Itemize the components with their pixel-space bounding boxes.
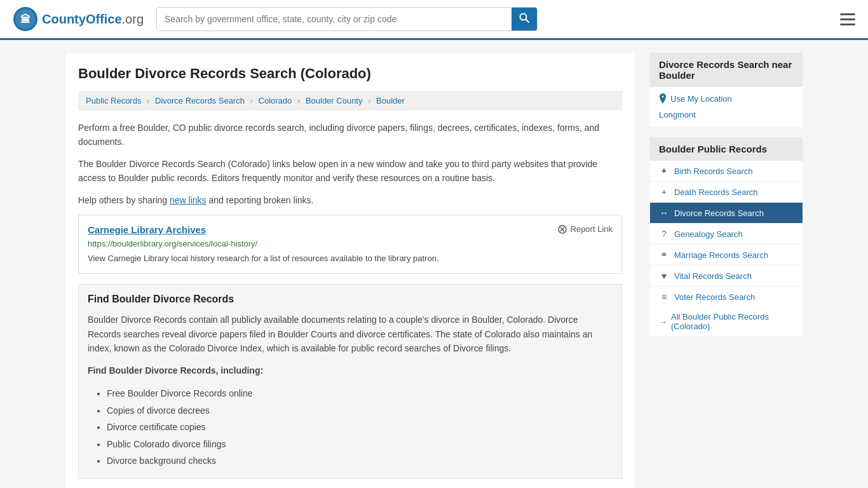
report-link-label: Report Link <box>571 224 613 234</box>
breadcrumb-public-records[interactable]: Public Records <box>86 96 141 105</box>
sidebar-record-link[interactable]: ≡Voter Records Search <box>650 287 803 307</box>
record-label: Death Records Search <box>674 187 758 197</box>
sidebar-record-item: +Death Records Search <box>650 182 803 203</box>
main-content: Boulder Divorce Records Search (Colorado… <box>65 53 635 488</box>
sidebar-nearby-header: Divorce Records Search near Boulder <box>650 53 803 87</box>
sidebar-record-link[interactable]: ↔Divorce Records Search <box>650 203 803 223</box>
description-para-1: Perform a free Boulder, CO public divorc… <box>78 121 622 149</box>
breadcrumb-boulder-county[interactable]: Boulder County <box>306 96 363 105</box>
sidebar-record-link[interactable]: ✦Birth Records Search <box>650 161 803 181</box>
logo-suffix: .org <box>122 12 144 26</box>
main-layout: Boulder Divorce Records Search (Colorado… <box>53 40 815 488</box>
logo-icon: 🏛 <box>13 6 38 32</box>
breadcrumb-boulder[interactable]: Boulder <box>376 96 405 105</box>
resource-title-link[interactable]: Carnegie Library Archives <box>88 224 206 235</box>
use-my-location-label: Use My Location <box>670 94 732 104</box>
find-list: Free Boulder Divorce Records onlineCopie… <box>88 385 613 470</box>
sidebar-record-item: ≡Voter Records Search <box>650 287 803 307</box>
desc-para3-suffix: and reporting broken links. <box>207 195 314 205</box>
page-title: Boulder Divorce Records Search (Colorado… <box>78 65 622 82</box>
search-input[interactable] <box>157 9 512 29</box>
all-records-link[interactable]: → All Boulder Public Records (Colorado) <box>650 307 803 336</box>
record-type-icon: ⚭ <box>659 250 669 260</box>
record-label: Divorce Records Search <box>674 208 764 218</box>
sidebar-public-records-section: Boulder Public Records ✦Birth Records Se… <box>650 137 803 336</box>
location-pin-icon <box>659 93 667 104</box>
search-bar <box>156 7 538 31</box>
search-icon <box>519 13 529 23</box>
sidebar-record-item: ♥Vital Records Search <box>650 266 803 287</box>
record-label: Vital Records Search <box>674 271 752 281</box>
svg-text:🏛: 🏛 <box>20 13 31 25</box>
report-link-icon <box>557 224 567 234</box>
record-label: Marriage Records Search <box>674 250 768 260</box>
resource-description: View Carnegie Library local history rese… <box>88 252 613 265</box>
breadcrumb-sep-4: › <box>368 96 370 105</box>
record-type-icon: ≡ <box>659 292 669 302</box>
location-longmont[interactable]: Longmont <box>659 109 794 121</box>
find-section-title: Find Boulder Divorce Records <box>88 294 613 305</box>
breadcrumb-sep-2: › <box>250 96 253 105</box>
public-records-list: ✦Birth Records Search+Death Records Sear… <box>650 161 803 307</box>
all-records-arrow: → <box>659 317 667 327</box>
record-label: Voter Records Search <box>674 292 755 302</box>
hamburger-menu-button[interactable] <box>840 13 855 25</box>
find-section: Find Boulder Divorce Records Boulder Div… <box>78 284 622 479</box>
record-label: Birth Records Search <box>674 166 753 176</box>
find-list-item: Copies of divorce decrees <box>107 402 613 419</box>
sidebar-record-link[interactable]: ♥Vital Records Search <box>650 266 803 286</box>
sidebar-nearby-body: Use My Location Longmont <box>650 87 803 127</box>
sidebar-record-link[interactable]: ⚭Marriage Records Search <box>650 245 803 265</box>
sidebar-record-item: ⚭Marriage Records Search <box>650 245 803 266</box>
record-type-icon: ♥ <box>659 271 669 281</box>
find-list-item: Divorce background checks <box>107 452 613 470</box>
sidebar: Divorce Records Search near Boulder Use … <box>650 53 803 488</box>
sidebar-record-item: ?Genealogy Search <box>650 224 803 245</box>
find-subheading: Find Boulder Divorce Records, including: <box>88 363 613 377</box>
logo[interactable]: 🏛 CountyOffice.org <box>13 6 144 32</box>
record-type-icon: + <box>659 187 669 197</box>
record-type-icon: ↔ <box>659 208 669 218</box>
record-type-icon: ? <box>659 229 669 239</box>
find-list-item: Divorce certificate copies <box>107 419 613 436</box>
report-link-button[interactable]: Report Link <box>557 224 613 234</box>
record-type-icon: ✦ <box>659 166 669 176</box>
logo-brand: CountyOffice <box>42 12 122 26</box>
search-button[interactable] <box>512 8 537 30</box>
resource-url: https://boulderlibrary.org/services/loca… <box>88 239 613 248</box>
header: 🏛 CountyOffice.org <box>0 0 868 40</box>
new-links-link[interactable]: new links <box>170 195 207 205</box>
breadcrumb-colorado[interactable]: Colorado <box>259 96 292 105</box>
sidebar-record-item: ↔Divorce Records Search <box>650 203 803 224</box>
sidebar-nearby-section: Divorce Records Search near Boulder Use … <box>650 53 803 127</box>
breadcrumb: Public Records › Divorce Records Search … <box>78 91 622 111</box>
sidebar-record-link[interactable]: ?Genealogy Search <box>650 224 803 244</box>
use-my-location-link[interactable]: Use My Location <box>659 93 794 104</box>
find-para: Boulder Divorce Records contain all publ… <box>88 313 613 355</box>
sidebar-public-records-header: Boulder Public Records <box>650 137 803 161</box>
breadcrumb-divorce-records[interactable]: Divorce Records Search <box>155 96 245 105</box>
description-para-2: The Boulder Divorce Records Search (Colo… <box>78 157 622 186</box>
breadcrumb-sep-3: › <box>297 96 300 105</box>
logo-text: CountyOffice.org <box>42 12 144 27</box>
desc-para3-prefix: Help others by sharing <box>78 195 170 205</box>
record-label: Genealogy Search <box>674 229 743 239</box>
sidebar-record-link[interactable]: +Death Records Search <box>650 182 803 202</box>
all-records-label: All Boulder Public Records (Colorado) <box>671 312 794 331</box>
breadcrumb-sep-1: › <box>147 96 149 105</box>
svg-line-4 <box>526 20 529 23</box>
find-list-item: Public Colorado divorce filings <box>107 436 613 453</box>
description-para-3: Help others by sharing new links and rep… <box>78 193 622 207</box>
resource-card-header: Carnegie Library Archives Report Link <box>88 224 613 235</box>
sidebar-record-item: ✦Birth Records Search <box>650 161 803 182</box>
resource-card: Carnegie Library Archives Report Link ht… <box>78 215 622 274</box>
find-list-item: Free Boulder Divorce Records online <box>107 385 613 402</box>
find-content: Boulder Divorce Records contain all publ… <box>88 313 613 470</box>
